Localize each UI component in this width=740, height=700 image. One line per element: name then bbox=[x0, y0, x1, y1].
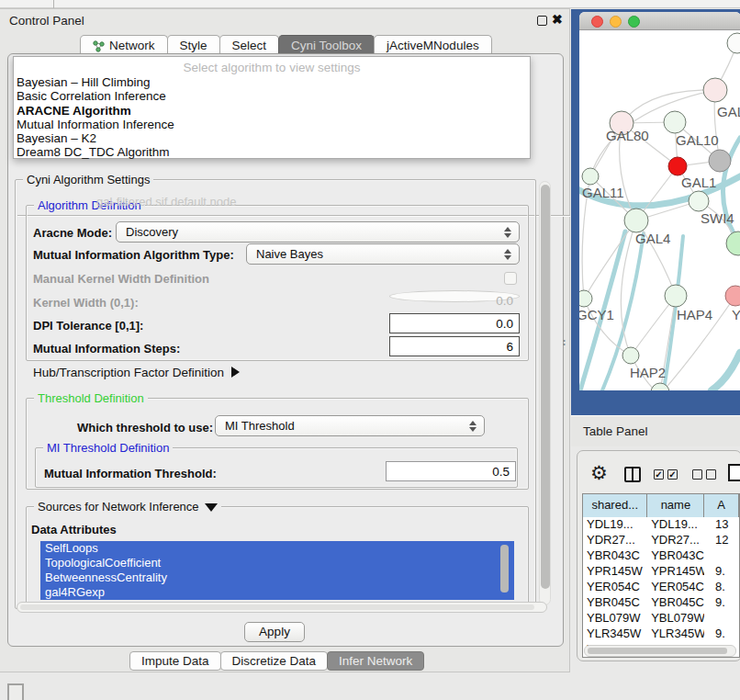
apply-button[interactable]: Apply bbox=[244, 622, 305, 642]
minimize-light[interactable] bbox=[610, 16, 622, 28]
float-window-icon[interactable] bbox=[537, 16, 547, 26]
table-cell[interactable]: YDR27... bbox=[647, 533, 704, 548]
table-cell[interactable]: YLR345W bbox=[583, 627, 647, 642]
close-icon[interactable]: ✖ bbox=[552, 12, 563, 27]
table-cell[interactable]: YPR145W bbox=[583, 564, 647, 580]
aracne-mode-combo[interactable]: Discovery bbox=[116, 221, 520, 243]
table-cell[interactable]: YBL079W bbox=[583, 611, 647, 627]
table-row[interactable]: YBL079WYBL079W bbox=[583, 611, 739, 627]
algorithm-option-dream8-dc-tdc-algorithm[interactable]: Dream8 DC_TDC Algorithm bbox=[14, 145, 530, 159]
table-cell[interactable] bbox=[704, 548, 739, 564]
unchecked-box-icon[interactable] bbox=[692, 469, 702, 480]
table-cell[interactable]: YDL19... bbox=[647, 517, 704, 533]
hub-factor-section[interactable]: Hub/Transcription Factor Definition bbox=[33, 366, 240, 379]
network-node-hap2[interactable] bbox=[622, 347, 639, 364]
table-cell[interactable]: YBR045C bbox=[583, 595, 647, 611]
network-node-swi4[interactable] bbox=[689, 191, 709, 211]
network-node-gal10[interactable] bbox=[664, 111, 686, 133]
table-row[interactable]: YBR045CYBR045C9. bbox=[583, 595, 739, 611]
algorithm-option-aracne-algorithm[interactable]: ARACNE Algorithm bbox=[14, 104, 530, 118]
tab-discretize-data[interactable]: Discretize Data bbox=[220, 651, 329, 671]
splitter-grip[interactable]: •• bbox=[563, 339, 568, 346]
table-cell[interactable]: YBR043C bbox=[647, 548, 704, 564]
network-node-gcy1[interactable] bbox=[579, 290, 592, 307]
attribute-option-betweennesscentrality[interactable]: BetweennessCentrality bbox=[40, 570, 514, 585]
mi-algorithm-type-combo[interactable]: Naive Bayes bbox=[246, 243, 520, 265]
table-cell[interactable]: YLR345W bbox=[647, 627, 704, 642]
network-node-y[interactable] bbox=[725, 286, 740, 306]
table-row[interactable]: YPR145WYPR145W9. bbox=[583, 564, 739, 580]
column-header-shared[interactable]: shared... bbox=[583, 494, 647, 517]
mi-threshold-field[interactable]: 0.5 bbox=[386, 461, 516, 481]
attribute-option-selfloops[interactable]: SelfLoops bbox=[40, 541, 514, 556]
attributes-scrollbar-thumb[interactable] bbox=[500, 545, 509, 593]
network-node-gal11[interactable] bbox=[582, 168, 599, 185]
algorithm-option-basic-correlation-inference[interactable]: Basic Correlation Inference bbox=[14, 89, 530, 103]
table-row[interactable]: YBR043CYBR043C bbox=[583, 548, 739, 564]
manual-kernel-width-checkbox[interactable] bbox=[504, 272, 517, 285]
zoom-light[interactable] bbox=[628, 16, 640, 28]
settings-hscrollbar-thumb[interactable] bbox=[20, 604, 534, 610]
table-cell[interactable]: YER054C bbox=[647, 580, 704, 595]
settings-hscrollbar[interactable] bbox=[17, 602, 547, 613]
new-table-icon[interactable] bbox=[728, 464, 740, 481]
columns-icon[interactable] bbox=[624, 467, 641, 482]
algorithm-option-mutual-information-inference[interactable]: Mutual Information Inference bbox=[14, 118, 530, 131]
checked-box-icon[interactable]: ✓ bbox=[654, 469, 664, 480]
mi-steps-field[interactable]: 6 bbox=[389, 336, 520, 356]
table-row[interactable]: YDR27...YDR27...12 bbox=[583, 533, 739, 548]
gear-icon[interactable]: ⚙ bbox=[590, 463, 608, 482]
table-row[interactable]: YER054CYER054C8. bbox=[583, 580, 739, 595]
table-hscrollbar[interactable] bbox=[584, 645, 736, 657]
table-cell[interactable]: YBR045C bbox=[647, 595, 704, 611]
table-cell[interactable]: YER054C bbox=[583, 580, 647, 595]
table-cell[interactable]: 8. bbox=[704, 580, 739, 595]
network-node-hap4[interactable] bbox=[665, 285, 687, 307]
table-cell[interactable]: 9. bbox=[704, 595, 739, 611]
collapsed-panel-icon[interactable] bbox=[7, 683, 24, 700]
manual-kernel-width-label: Manual Kernel Width Definition bbox=[33, 272, 209, 286]
network-node-gal1[interactable] bbox=[668, 157, 687, 175]
table-hscrollbar-thumb[interactable] bbox=[588, 648, 727, 654]
table-row[interactable]: YDL19...YDL19...13 bbox=[583, 517, 739, 533]
table-cell[interactable]: 13 bbox=[704, 517, 739, 533]
attribute-option-topologicalcoefficient[interactable]: TopologicalCoefficient bbox=[40, 556, 514, 570]
table-cell[interactable] bbox=[704, 611, 739, 627]
table-cell[interactable]: YBL079W bbox=[647, 611, 704, 627]
bottom-tab-bar: Impute DataDiscretize DataInfer Network bbox=[130, 651, 424, 671]
collapse-arrow-icon[interactable] bbox=[205, 503, 218, 512]
network-node[interactable] bbox=[726, 231, 740, 255]
node-label-hap4: HAP4 bbox=[677, 307, 712, 322]
table-cell[interactable]: 9. bbox=[704, 627, 739, 642]
tab-impute-data[interactable]: Impute Data bbox=[129, 651, 221, 671]
algorithm-option-bayesian-k2[interactable]: Bayesian – K2 bbox=[14, 131, 530, 145]
network-window-titlebar[interactable] bbox=[579, 12, 740, 30]
settings-scrollbar-thumb[interactable] bbox=[541, 185, 550, 589]
table-cell[interactable]: 12 bbox=[704, 533, 739, 548]
table-cell[interactable]: 9. bbox=[704, 564, 739, 580]
network-node-gal[interactable] bbox=[703, 78, 727, 102]
network-edge[interactable] bbox=[712, 353, 740, 390]
table-cell[interactable]: YDR27... bbox=[583, 533, 647, 548]
close-light[interactable] bbox=[591, 16, 603, 28]
checked-box-icon[interactable]: ✓ bbox=[667, 469, 678, 480]
unchecked-box-icon[interactable] bbox=[706, 469, 716, 480]
expand-arrow-icon[interactable] bbox=[231, 367, 240, 378]
network-node-gal4[interactable] bbox=[624, 209, 648, 232]
network-node[interactable] bbox=[709, 150, 731, 172]
table-row[interactable]: YLR345WYLR345W9. bbox=[583, 627, 739, 642]
table-cell[interactable]: YDL19... bbox=[583, 517, 647, 533]
tab-infer-network[interactable]: Infer Network bbox=[327, 651, 424, 671]
column-header-a[interactable]: A bbox=[704, 494, 739, 517]
column-header-name[interactable]: name bbox=[647, 494, 704, 517]
network-canvas[interactable]: GALGAL80GAL10GAL1GAL11SWI4GAL4GCY1HAP4YH… bbox=[579, 30, 740, 390]
attribute-option-gal4rgexp[interactable]: gal4RGexp bbox=[40, 585, 514, 600]
kernel-width-field[interactable]: 0.0 bbox=[389, 290, 520, 302]
dpi-tolerance-field[interactable]: 0.0 bbox=[389, 313, 520, 333]
network-node[interactable] bbox=[727, 33, 740, 53]
which-threshold-combo[interactable]: MI Threshold bbox=[215, 415, 485, 436]
node-label-gal4: GAL4 bbox=[635, 231, 670, 246]
table-cell[interactable]: YBR043C bbox=[583, 548, 647, 564]
table-cell[interactable]: YPR145W bbox=[647, 564, 704, 580]
algorithm-option-bayesian-hill-climbing[interactable]: Bayesian – Hill Climbing bbox=[14, 75, 530, 89]
